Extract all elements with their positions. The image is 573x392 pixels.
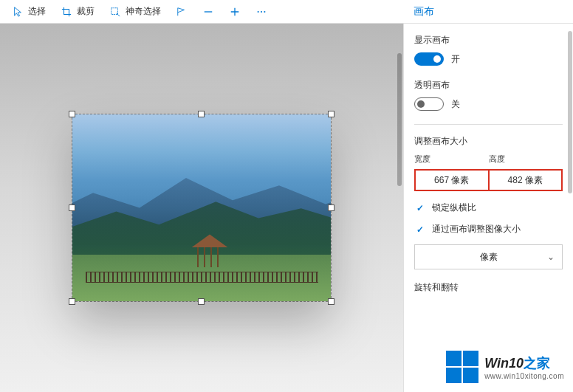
transparent-canvas-toggle[interactable] [414, 97, 444, 111]
transparent-canvas-state: 关 [451, 98, 460, 111]
flag-tool[interactable] [170, 3, 193, 21]
resize-handle-tc[interactable] [198, 111, 205, 117]
svg-point-1 [258, 10, 259, 12]
select-tool[interactable]: 选择 [6, 2, 52, 21]
cursor-icon [12, 6, 24, 18]
show-canvas-toggle[interactable] [414, 52, 444, 66]
canvas-panel: 显示画布 开 透明画布 关 调整画布大小 宽度 667 像素 高度 482 像素… [403, 24, 573, 392]
width-input[interactable]: 667 像素 [414, 169, 489, 191]
chevron-down-icon: ⌄ [547, 252, 555, 262]
windows-logo-icon [446, 351, 478, 383]
check-icon: ✓ [414, 224, 426, 235]
resize-handle-tl[interactable] [69, 111, 75, 117]
resize-handle-br[interactable] [328, 298, 334, 305]
resize-handle-tr[interactable] [328, 111, 334, 117]
magic-label: 神奇选择 [126, 5, 161, 18]
show-canvas-label: 显示画布 [414, 34, 563, 47]
resize-image-checkbox[interactable]: ✓ 通过画布调整图像大小 [414, 223, 563, 235]
plus-icon [229, 6, 241, 18]
resize-heading: 调整画布大小 [414, 135, 563, 148]
height-input[interactable]: 482 像素 [489, 169, 563, 191]
crop-tool[interactable]: 裁剪 [55, 2, 100, 21]
more-button[interactable] [250, 3, 273, 21]
canvas-scrollbar[interactable] [397, 53, 402, 186]
crop-icon [61, 6, 72, 18]
svg-point-3 [264, 10, 265, 12]
crop-label: 裁剪 [77, 5, 95, 18]
canvas-workspace[interactable] [0, 24, 403, 392]
width-label: 宽度 [414, 154, 489, 165]
lock-aspect-label: 锁定纵横比 [432, 202, 476, 214]
select-label: 选择 [28, 5, 46, 18]
unit-value: 像素 [480, 251, 498, 264]
main-area: 显示画布 开 透明画布 关 调整画布大小 宽度 667 像素 高度 482 像素… [0, 24, 573, 392]
flag-icon [176, 6, 188, 18]
resize-image-label: 通过画布调整图像大小 [432, 223, 521, 235]
panel-title: 画布 [414, 5, 567, 18]
resize-handle-ml[interactable] [69, 204, 75, 211]
zoom-in-button[interactable] [223, 3, 247, 21]
rotate-heading: 旋转和翻转 [414, 281, 563, 294]
resize-handle-bc[interactable] [198, 298, 205, 305]
resize-handle-mr[interactable] [328, 204, 334, 211]
zoom-out-button[interactable] [196, 3, 220, 21]
divider [414, 124, 563, 125]
unit-select[interactable]: 像素 ⌄ [414, 244, 563, 269]
panel-scrollbar[interactable] [568, 31, 572, 193]
more-icon [255, 6, 267, 18]
resize-handle-bl[interactable] [69, 298, 75, 305]
svg-point-2 [261, 10, 262, 12]
height-label: 高度 [489, 154, 563, 165]
show-canvas-state: 开 [451, 53, 460, 66]
top-toolbar: 选择 裁剪 神奇选择 画布 [0, 0, 573, 24]
transparent-canvas-label: 透明画布 [414, 79, 563, 92]
watermark: Win10之家 www.win10xitong.com [446, 351, 564, 383]
dimensions-row: 宽度 667 像素 高度 482 像素 [414, 154, 563, 191]
check-icon: ✓ [414, 202, 426, 214]
minus-icon [202, 6, 214, 18]
magic-icon [109, 6, 121, 18]
magic-select-tool[interactable]: 神奇选择 [103, 2, 167, 21]
canvas-selection[interactable] [72, 114, 331, 301]
canvas-image[interactable] [72, 114, 331, 301]
lock-aspect-checkbox[interactable]: ✓ 锁定纵横比 [414, 202, 563, 214]
watermark-title: Win10之家 [484, 354, 564, 372]
watermark-url: www.win10xitong.com [484, 372, 564, 380]
